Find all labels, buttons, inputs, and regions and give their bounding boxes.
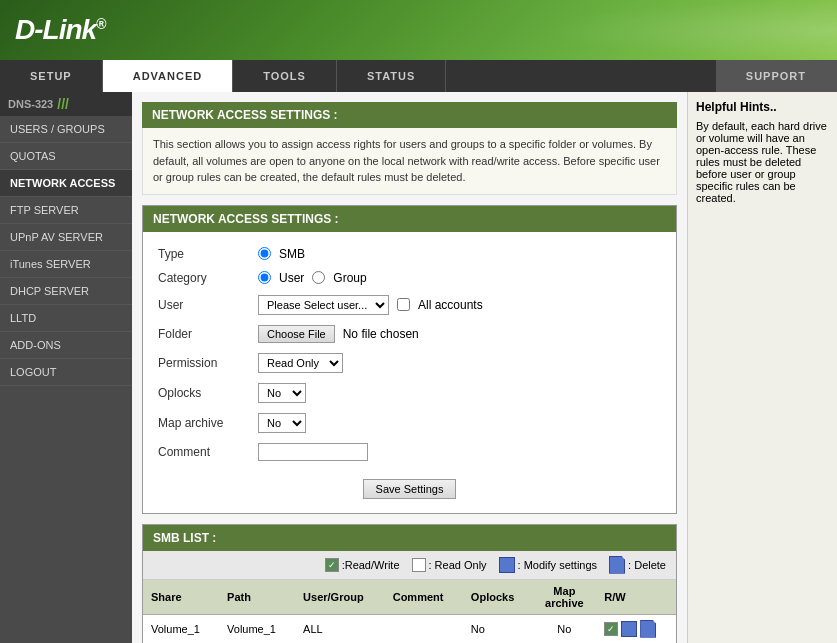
cell-comment [385,614,463,643]
category-group-radio[interactable] [312,271,325,284]
col-user-group: User/Group [295,580,385,615]
oplocks-row: Oplocks No Yes [158,378,661,408]
col-oplocks: Oplocks [463,580,533,615]
legend-delete-icon [609,556,625,574]
sidebar: DNS-323 /// USERS / GROUPS QUOTAS NETWOR… [0,92,132,643]
tab-tools[interactable]: TOOLS [233,60,337,92]
device-name: DNS-323 [8,98,53,110]
action-icons: ✓ [604,620,668,638]
category-control: User Group [258,271,367,285]
sidebar-item-network-access[interactable]: NETWORK ACCESS [0,170,132,197]
folder-control: Choose File No file chosen [258,325,419,343]
cell-oplocks: No [463,614,533,643]
col-map-archive: Maparchive [532,580,596,615]
map-archive-label: Map archive [158,416,258,430]
sidebar-item-add-ons[interactable]: ADD-ONS [0,332,132,359]
col-share: Share [143,580,219,615]
comment-input[interactable] [258,443,368,461]
sidebar-item-upnp-av-server[interactable]: UPnP AV SERVER [0,224,132,251]
sidebar-item-logout[interactable]: LOGOUT [0,359,132,386]
help-panel: Helpful Hints.. By default, each hard dr… [687,92,837,643]
legend-modify: : Modify settings [499,557,597,573]
category-user-radio[interactable] [258,271,271,284]
col-rw: R/W [596,580,676,615]
info-text: This section allows you to assign access… [153,138,660,183]
content-area: NETWORK ACCESS SETTINGS : This section a… [132,92,687,643]
type-smb-label: SMB [279,247,305,261]
tab-setup[interactable]: SETUP [0,60,103,92]
settings-content: Type SMB Category User Group [143,232,676,513]
all-accounts-checkbox[interactable] [397,298,410,311]
legend-rw: ✓ :Read/Write [325,558,400,572]
legend-ro: : Read Only [412,558,487,572]
smb-list-box: SMB LIST : ✓ :Read/Write : Read Only : M… [142,524,677,644]
main-title: NETWORK ACCESS SETTINGS : [152,108,338,122]
device-label: DNS-323 /// [0,92,132,116]
sidebar-item-itunes-server[interactable]: iTunes SERVER [0,251,132,278]
smb-list-title: SMB LIST : [153,531,216,545]
legend-delete: : Delete [609,556,666,574]
permission-control: Read Only Read/Write [258,353,343,373]
no-file-label: No file chosen [343,327,419,341]
rw-checkbox[interactable]: ✓ [604,622,618,636]
settings-header: NETWORK ACCESS SETTINGS : [143,206,676,232]
oplocks-select[interactable]: No Yes [258,383,306,403]
type-smb-radio[interactable] [258,247,271,260]
cell-share: Volume_1 [143,614,219,643]
legend-modify-label: : Modify settings [518,559,597,571]
oplocks-label: Oplocks [158,386,258,400]
comment-row: Comment [158,438,661,466]
legend-rw-icon: ✓ [325,558,339,572]
comment-label: Comment [158,445,258,459]
map-archive-control: No Yes [258,413,306,433]
all-accounts-label: All accounts [418,298,483,312]
legend-rw-label: :Read/Write [342,559,400,571]
comment-control [258,443,368,461]
map-archive-select[interactable]: No Yes [258,413,306,433]
type-label: Type [158,247,258,261]
sidebar-item-quotas[interactable]: QUOTAS [0,143,132,170]
category-label: Category [158,271,258,285]
sidebar-item-dhcp-server[interactable]: DHCP SERVER [0,278,132,305]
tab-support[interactable]: SUPPORT [716,60,837,92]
permission-label: Permission [158,356,258,370]
sidebar-item-users-groups[interactable]: USERS / GROUPS [0,116,132,143]
oplocks-control: No Yes [258,383,306,403]
folder-label: Folder [158,327,258,341]
legend-delete-label: : Delete [628,559,666,571]
nav-tabs: SETUP ADVANCED TOOLS STATUS SUPPORT [0,60,837,92]
user-control: Please Select user... All accounts [258,295,483,315]
table-row: Volume_1 Volume_1 ALL No No ✓ [143,614,676,643]
tab-status[interactable]: STATUS [337,60,446,92]
main-section-header: NETWORK ACCESS SETTINGS : [142,102,677,128]
category-row: Category User Group [158,266,661,290]
smb-legend: ✓ :Read/Write : Read Only : Modify setti… [143,551,676,580]
legend-modify-icon [499,557,515,573]
permission-row: Permission Read Only Read/Write [158,348,661,378]
delete-icon[interactable] [640,620,656,638]
legend-ro-icon [412,558,426,572]
choose-file-button[interactable]: Choose File [258,325,335,343]
smb-list-header: SMB LIST : [143,525,676,551]
sidebar-item-lltd[interactable]: LLTD [0,305,132,332]
col-path: Path [219,580,295,615]
cell-user-group: ALL [295,614,385,643]
edit-icon[interactable] [621,621,637,637]
tab-advanced[interactable]: ADVANCED [103,60,234,92]
cell-map-archive: No [532,614,596,643]
help-text: By default, each hard drive or volume wi… [696,120,829,204]
cell-path: Volume_1 [219,614,295,643]
user-select[interactable]: Please Select user... [258,295,389,315]
save-row: Save Settings [158,466,661,503]
main-layout: DNS-323 /// USERS / GROUPS QUOTAS NETWOR… [0,92,837,643]
save-button[interactable]: Save Settings [363,479,457,499]
permission-select[interactable]: Read Only Read/Write [258,353,343,373]
category-user-label: User [279,271,304,285]
logo: D-Link® [15,14,105,46]
help-title: Helpful Hints.. [696,100,829,114]
map-archive-row: Map archive No Yes [158,408,661,438]
settings-title: NETWORK ACCESS SETTINGS : [153,212,339,226]
cell-rw: ✓ [596,614,676,643]
sidebar-item-ftp-server[interactable]: FTP SERVER [0,197,132,224]
user-row: User Please Select user... All accounts [158,290,661,320]
